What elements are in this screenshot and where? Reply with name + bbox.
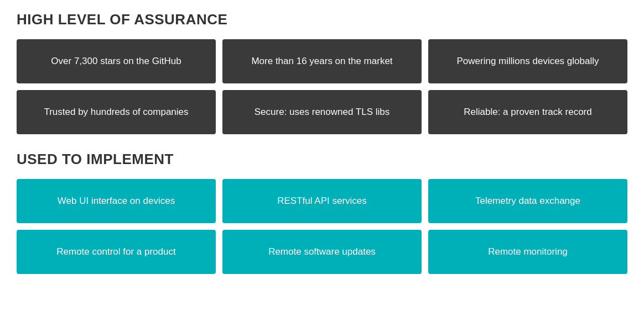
implement-card-4: Remote control for a product <box>17 230 216 274</box>
assurance-card-2: More than 16 years on the market <box>222 39 422 83</box>
implement-title: USED TO IMPLEMENT <box>17 151 627 168</box>
assurance-title: HIGH LEVEL OF ASSURANCE <box>17 11 627 28</box>
implement-card-3: Telemetry data exchange <box>428 179 627 223</box>
assurance-card-3: Powering millions devices globally <box>428 39 627 83</box>
implement-grid: Web UI interface on devices RESTful API … <box>17 179 627 274</box>
assurance-card-5: Secure: uses renowned TLS libs <box>222 90 422 134</box>
assurance-grid: Over 7,300 stars on the GitHub More than… <box>17 39 627 134</box>
page-wrapper: HIGH LEVEL OF ASSURANCE Over 7,300 stars… <box>17 11 627 274</box>
assurance-card-4: Trusted by hundreds of companies <box>17 90 216 134</box>
assurance-section: HIGH LEVEL OF ASSURANCE Over 7,300 stars… <box>17 11 627 134</box>
implement-card-5: Remote software updates <box>222 230 422 274</box>
implement-card-1: Web UI interface on devices <box>17 179 216 223</box>
assurance-card-1: Over 7,300 stars on the GitHub <box>17 39 216 83</box>
implement-section: USED TO IMPLEMENT Web UI interface on de… <box>17 151 627 274</box>
implement-card-6: Remote monitoring <box>428 230 627 274</box>
implement-card-2: RESTful API services <box>222 179 422 223</box>
assurance-card-6: Reliable: a proven track record <box>428 90 627 134</box>
